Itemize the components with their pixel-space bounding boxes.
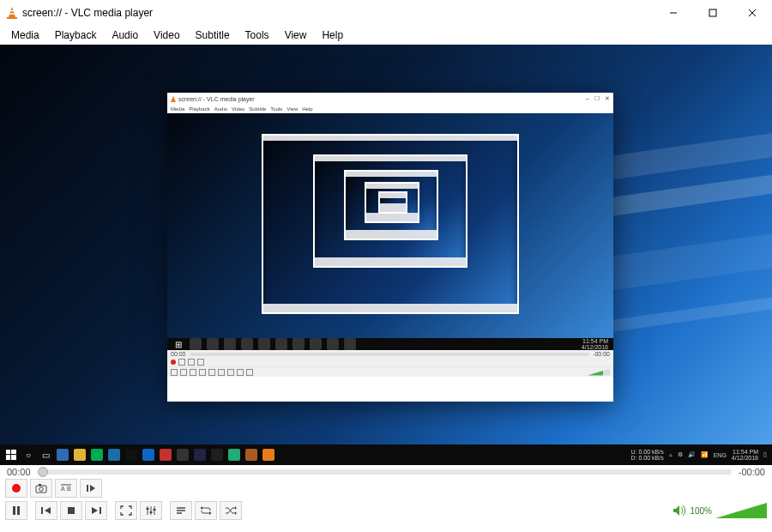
nested-menu-bar: MediaPlaybackAudioVideoSubtitleToolsView… xyxy=(167,105,613,113)
nested-windows-taskbar: ⊞ 11:54 PM4/12/2018 xyxy=(167,338,613,350)
next-button[interactable] xyxy=(85,501,107,520)
svg-rect-2 xyxy=(10,10,15,11)
svg-marker-37 xyxy=(235,506,237,510)
volume-control[interactable]: 100% xyxy=(672,503,767,518)
close-button[interactable] xyxy=(733,0,772,26)
speaker-icon[interactable] xyxy=(672,505,686,517)
menu-audio[interactable]: Audio xyxy=(104,27,146,43)
taskbar-app xyxy=(160,449,172,461)
taskbar-app xyxy=(125,449,137,461)
nested-time-elapsed: 00:00 xyxy=(171,351,186,357)
svg-marker-22 xyxy=(45,507,51,514)
vlc-cone-icon xyxy=(171,96,176,102)
playlist-icon xyxy=(227,369,234,376)
svg-marker-36 xyxy=(209,511,212,515)
recursion-frame xyxy=(313,154,467,268)
titlebar: screen:// - VLC media player xyxy=(0,0,772,26)
minimize-button[interactable] xyxy=(654,0,693,26)
record-icon xyxy=(12,484,21,493)
taskbar-app xyxy=(245,449,257,461)
window-title: screen:// - VLC media player xyxy=(22,7,153,19)
taskbar-app xyxy=(108,449,120,461)
nested-window-title: screen:// - VLC media player xyxy=(178,96,255,102)
windows-taskbar: ○ ▭ U: 0.00 kB/sD: 0.00 kB/s ▵⚙🔊📶 ENG 11… xyxy=(0,444,772,465)
nested-seekbar xyxy=(190,353,590,356)
settings-icon xyxy=(218,369,225,376)
menu-video[interactable]: Video xyxy=(146,27,187,43)
tray-lang: ENG xyxy=(714,452,727,458)
nested-vlc-window: screen:// - VLC media player –☐✕ MediaPl… xyxy=(167,93,613,402)
svg-rect-30 xyxy=(150,511,153,513)
taskbar-app xyxy=(177,449,189,461)
stop-button[interactable] xyxy=(60,501,82,520)
taskbar-app xyxy=(262,449,274,461)
maximize-button[interactable] xyxy=(693,0,733,26)
menu-help[interactable]: Help xyxy=(314,27,351,43)
menu-subtitle[interactable]: Subtitle xyxy=(188,27,238,43)
previous-button[interactable] xyxy=(35,501,57,520)
menu-playback[interactable]: Playback xyxy=(47,27,105,43)
next-icon xyxy=(199,369,206,376)
pause-icon xyxy=(171,369,178,376)
svg-rect-25 xyxy=(100,507,101,514)
taskview-icon: ▭ xyxy=(39,449,51,461)
recursion-frame xyxy=(344,170,438,240)
tray-clock-time: 11:54 PM xyxy=(732,449,758,455)
recursion-frame xyxy=(262,134,519,314)
cortana-icon: ○ xyxy=(22,449,34,461)
svg-rect-29 xyxy=(147,508,149,510)
menu-tools[interactable]: Tools xyxy=(238,27,277,43)
start-icon xyxy=(5,449,17,461)
svg-marker-38 xyxy=(235,511,237,515)
loop-icon xyxy=(237,369,244,376)
tray-clock-date: 4/12/2018 xyxy=(732,455,758,461)
svg-rect-17 xyxy=(87,485,88,492)
seek-slider[interactable] xyxy=(38,469,732,475)
nested-time-remaining: -00:00 xyxy=(593,351,610,357)
stop-icon xyxy=(190,369,196,376)
loop-button[interactable] xyxy=(195,501,217,520)
svg-text:B: B xyxy=(67,486,71,492)
snapshot-button[interactable] xyxy=(30,479,52,498)
loop-ab-button[interactable]: AB xyxy=(55,479,77,498)
seek-handle[interactable] xyxy=(38,467,48,477)
menu-media[interactable]: Media xyxy=(3,27,47,43)
taskbar-app xyxy=(57,449,69,461)
svg-rect-3 xyxy=(9,14,15,15)
volume-slider[interactable] xyxy=(715,503,767,518)
menu-view[interactable]: View xyxy=(277,27,315,43)
volume-percent: 100% xyxy=(690,506,712,516)
svg-rect-11 xyxy=(11,455,16,460)
playback-controls-row: 100% xyxy=(0,499,772,525)
shuffle-button[interactable] xyxy=(220,501,242,520)
prev-icon xyxy=(180,369,187,376)
advanced-controls-row: AB xyxy=(0,477,772,499)
svg-rect-5 xyxy=(709,9,716,16)
extended-settings-button[interactable] xyxy=(140,501,162,520)
nested-video-viewport: ⊞ 11:54 PM4/12/2018 xyxy=(167,113,613,350)
frame-step-icon xyxy=(197,359,204,366)
fullscreen-icon xyxy=(208,369,215,376)
taskbar-app xyxy=(194,449,206,461)
svg-text:A: A xyxy=(61,486,65,492)
taskbar-app xyxy=(74,449,86,461)
volume-indicator xyxy=(588,369,610,376)
pause-button[interactable] xyxy=(5,501,27,520)
start-icon: ⊞ xyxy=(172,338,184,350)
time-elapsed[interactable]: 00:00 xyxy=(7,467,31,477)
svg-marker-24 xyxy=(92,507,98,514)
record-button[interactable] xyxy=(5,479,27,498)
atob-icon xyxy=(188,359,195,366)
svg-rect-21 xyxy=(41,507,43,514)
svg-rect-19 xyxy=(13,506,15,515)
fullscreen-button[interactable] xyxy=(115,501,137,520)
video-viewport[interactable]: screen:// - VLC media player –☐✕ MediaPl… xyxy=(0,45,772,465)
svg-marker-35 xyxy=(201,506,203,510)
frame-step-button[interactable] xyxy=(80,479,102,498)
time-remaining[interactable]: -00:00 xyxy=(739,467,765,477)
svg-marker-39 xyxy=(673,505,679,516)
system-tray: U: 0.00 kB/sD: 0.00 kB/s ▵⚙🔊📶 ENG 11:54 … xyxy=(631,449,767,462)
svg-marker-0 xyxy=(9,7,15,17)
playlist-button[interactable] xyxy=(170,501,192,520)
taskbar-app xyxy=(228,449,240,461)
